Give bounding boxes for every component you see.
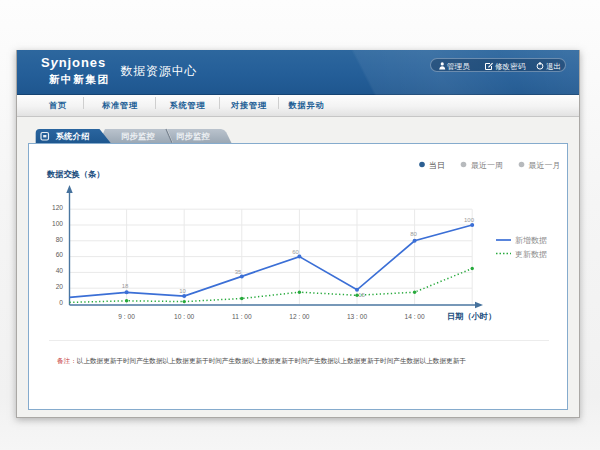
svg-text:18: 18: [122, 283, 129, 289]
svg-text:更新数据: 更新数据: [515, 250, 547, 259]
svg-text:日期（小时）: 日期（小时）: [447, 312, 496, 321]
svg-text:最近一月: 最近一月: [529, 161, 561, 170]
svg-text:100: 100: [52, 220, 63, 227]
svg-text:12 : 00: 12 : 00: [289, 313, 309, 320]
svg-text:40: 40: [56, 267, 64, 274]
svg-text:数据交换（条）: 数据交换（条）: [46, 169, 104, 179]
svg-text:14 : 00: 14 : 00: [405, 313, 425, 320]
svg-text:15: 15: [358, 292, 365, 298]
svg-text:80: 80: [410, 231, 417, 237]
svg-text:10: 10: [179, 288, 186, 294]
svg-text:同步监控: 同步监控: [121, 131, 155, 141]
svg-text:9 : 00: 9 : 00: [118, 313, 135, 320]
svg-text:100: 100: [464, 217, 475, 223]
svg-text:新增数据: 新增数据: [515, 236, 547, 245]
svg-text:80: 80: [56, 236, 64, 243]
svg-text:13 : 00: 13 : 00: [347, 313, 367, 320]
svg-text:60: 60: [292, 249, 299, 255]
svg-text:0: 0: [59, 299, 63, 306]
svg-text:120: 120: [52, 204, 63, 211]
svg-text:10 : 00: 10 : 00: [174, 313, 194, 320]
svg-text:20: 20: [56, 283, 64, 290]
svg-text:同步监控: 同步监控: [176, 131, 210, 141]
svg-text:系统介绍: 系统介绍: [55, 131, 90, 141]
svg-text:35: 35: [235, 269, 242, 275]
svg-text:当日: 当日: [429, 161, 445, 170]
svg-text:最近一周: 最近一周: [471, 161, 503, 170]
svg-text:60: 60: [56, 251, 64, 258]
svg-text:11 : 00: 11 : 00: [232, 313, 252, 320]
